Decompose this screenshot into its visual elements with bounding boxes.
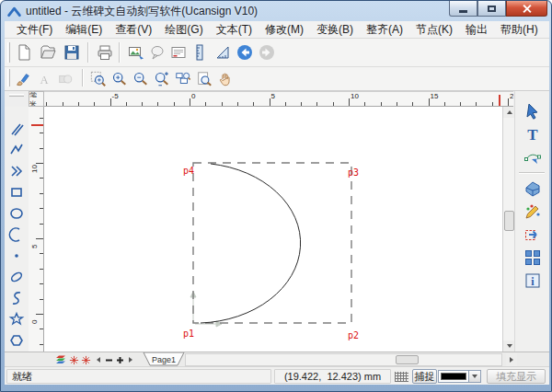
info-tool-button[interactable]: i bbox=[520, 270, 545, 292]
snap-button[interactable]: 捕捉 bbox=[412, 369, 437, 384]
palette-separator bbox=[519, 172, 545, 174]
point-label-p2: p2 bbox=[348, 330, 359, 340]
import-image-icon bbox=[127, 43, 145, 62]
layers-button[interactable] bbox=[55, 354, 66, 365]
paint-brush-icon bbox=[15, 71, 31, 87]
zoom-in-icon bbox=[111, 71, 128, 87]
minimize-icon bbox=[459, 10, 467, 13]
horizontal-scroll-thumb[interactable] bbox=[396, 355, 419, 364]
node-edit-tool-button[interactable] bbox=[520, 146, 545, 168]
guide-toggle-button[interactable] bbox=[68, 354, 79, 365]
drawing-canvas[interactable]: p1 p2 p3 p4 bbox=[44, 107, 502, 352]
new-document-button[interactable] bbox=[12, 40, 36, 64]
zoom-objects-button[interactable] bbox=[172, 68, 193, 89]
arc-tool-button[interactable] bbox=[7, 225, 26, 244]
remove-page-button[interactable] bbox=[103, 354, 114, 365]
vertical-scrollbar[interactable] bbox=[502, 107, 514, 352]
redo-button[interactable] bbox=[255, 40, 279, 64]
menu-item-node[interactable]: 节点(K) bbox=[409, 21, 459, 38]
work-area: 毫米 -505101520 1050 bbox=[5, 91, 549, 352]
menu-item-transform[interactable]: 变换(B) bbox=[310, 21, 360, 38]
maximize-button[interactable] bbox=[477, 1, 506, 17]
draw-tool-palette bbox=[5, 107, 29, 352]
undo-button[interactable] bbox=[233, 40, 257, 64]
weld-button[interactable] bbox=[54, 68, 75, 89]
rectangle-tool-button[interactable] bbox=[7, 183, 26, 202]
toolbar-grip[interactable] bbox=[7, 69, 10, 86]
text-attributes-button[interactable]: A bbox=[33, 68, 54, 89]
double-polyline-tool-button[interactable] bbox=[7, 162, 26, 180]
ellipse-tool-button[interactable] bbox=[7, 204, 26, 223]
polyline-tool-button[interactable] bbox=[7, 141, 26, 159]
minimize-button[interactable] bbox=[449, 1, 477, 17]
page-tab[interactable]: Page1 bbox=[143, 352, 185, 366]
arc-object[interactable] bbox=[201, 164, 301, 323]
status-ready-text: 就绪 bbox=[12, 370, 32, 384]
menu-item-help[interactable]: 帮助(H) bbox=[494, 21, 545, 38]
horizontal-scrollbar[interactable] bbox=[185, 353, 502, 366]
open-button[interactable] bbox=[36, 40, 60, 64]
color-dropdown-button[interactable] bbox=[468, 371, 480, 382]
vertical-scroll-thumb[interactable] bbox=[504, 211, 514, 231]
zoom-page-button[interactable] bbox=[193, 68, 214, 89]
toolbar-grip[interactable] bbox=[7, 42, 10, 63]
select-icon bbox=[523, 102, 542, 121]
paint-brush-button[interactable] bbox=[12, 68, 33, 89]
point-tool-button[interactable] bbox=[7, 247, 26, 265]
zoom-objects-icon bbox=[175, 71, 191, 87]
save-button[interactable] bbox=[60, 40, 84, 64]
arrow-right-icon bbox=[510, 357, 513, 363]
close-button[interactable] bbox=[506, 1, 547, 17]
measure-ruler-button[interactable] bbox=[188, 40, 212, 64]
shape-3d-icon bbox=[523, 179, 542, 198]
polygon-tool-button[interactable] bbox=[7, 331, 26, 350]
star-tool-button[interactable] bbox=[7, 310, 26, 329]
menu-item-output[interactable]: 输出 bbox=[459, 21, 494, 38]
line-tool-button[interactable] bbox=[7, 120, 26, 138]
double-polyline-icon bbox=[8, 163, 25, 179]
zoom-window-button[interactable] bbox=[87, 68, 109, 89]
page-tab-bar: Page1 bbox=[5, 352, 549, 366]
menu-item-edit[interactable]: 编辑(E) bbox=[59, 21, 109, 38]
text-tool-button[interactable]: T bbox=[520, 123, 545, 145]
menu-item-align[interactable]: 整齐(A) bbox=[360, 21, 409, 38]
maximize-icon bbox=[488, 6, 496, 12]
sun-icon bbox=[69, 355, 79, 365]
ellipse-icon bbox=[8, 205, 25, 222]
next-page-button[interactable] bbox=[125, 354, 136, 365]
menu-bar: 文件(F) 编辑(E) 查看(V) 绘图(G) 文本(T) 修改(M) 变换(B… bbox=[5, 21, 549, 39]
fill-display-label: 填充显示 bbox=[496, 370, 536, 384]
scroll-right-button[interactable] bbox=[506, 353, 517, 366]
palette-grip[interactable] bbox=[9, 94, 24, 97]
export-transform-tool-button[interactable] bbox=[520, 224, 545, 246]
zoom-dynamic-button[interactable] bbox=[151, 68, 172, 89]
snap-button-label: 捕捉 bbox=[415, 370, 435, 384]
point-label-p4: p4 bbox=[183, 166, 194, 176]
zoom-in-button[interactable] bbox=[109, 68, 130, 89]
menu-item-draw[interactable]: 绘图(G) bbox=[158, 21, 209, 38]
shape-3d-tool-button[interactable] bbox=[520, 178, 545, 200]
zoom-out-button[interactable] bbox=[130, 68, 151, 89]
color-selector[interactable] bbox=[438, 370, 481, 383]
menu-item-view[interactable]: 查看(V) bbox=[109, 21, 158, 38]
menu-item-file[interactable]: 文件(F) bbox=[10, 21, 59, 38]
print-button[interactable] bbox=[93, 40, 117, 64]
grid-toggle-button[interactable] bbox=[80, 354, 91, 365]
menu-item-modify[interactable]: 修改(M) bbox=[259, 21, 310, 38]
weld-icon bbox=[57, 71, 74, 87]
title-bar[interactable]: untitled - 云维碑文自动刻写软件(Ucansign V10) bbox=[1, 1, 552, 21]
rotated-ellipse-tool-button[interactable] bbox=[7, 268, 26, 286]
canvas-overlay: p1 p2 p3 p4 bbox=[44, 107, 502, 352]
undo-icon bbox=[236, 43, 254, 62]
draw-color-tool-button[interactable] bbox=[520, 201, 545, 223]
select-tool-button[interactable] bbox=[520, 100, 545, 122]
rotated-ellipse-icon bbox=[8, 269, 25, 285]
status-message-section: 就绪 bbox=[6, 369, 271, 384]
menu-item-text[interactable]: 文本(T) bbox=[210, 21, 259, 38]
pan-button[interactable] bbox=[214, 68, 236, 89]
fill-display-button[interactable]: 填充显示 bbox=[487, 369, 546, 384]
protractor-button[interactable] bbox=[211, 40, 235, 64]
curve-tool-button[interactable] bbox=[7, 289, 26, 307]
add-page-button[interactable] bbox=[114, 354, 125, 365]
align-grid-tool-button[interactable] bbox=[520, 247, 545, 269]
